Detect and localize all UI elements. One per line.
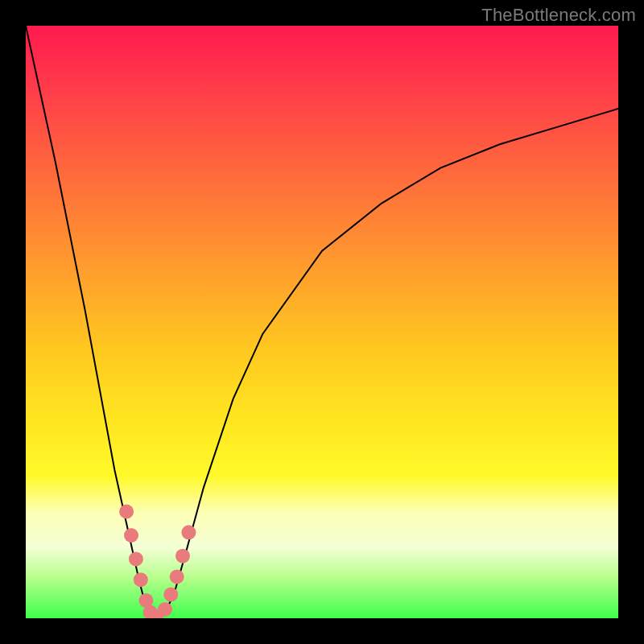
curve-marker bbox=[175, 549, 190, 564]
marker-group bbox=[119, 505, 196, 619]
curve-marker bbox=[119, 505, 134, 519]
curve-marker bbox=[134, 572, 148, 587]
curve-marker bbox=[129, 551, 143, 566]
chart-frame: TheBottleneck.com bbox=[0, 0, 644, 644]
plot-area bbox=[26, 26, 618, 618]
curve-marker bbox=[181, 525, 196, 539]
curve-marker bbox=[124, 528, 138, 543]
curve-layer bbox=[26, 26, 618, 618]
curve-marker bbox=[170, 570, 184, 584]
bottleneck-curve bbox=[26, 26, 618, 618]
watermark-text: TheBottleneck.com bbox=[481, 5, 636, 26]
curve-marker bbox=[158, 602, 172, 617]
curve-marker bbox=[163, 588, 178, 602]
